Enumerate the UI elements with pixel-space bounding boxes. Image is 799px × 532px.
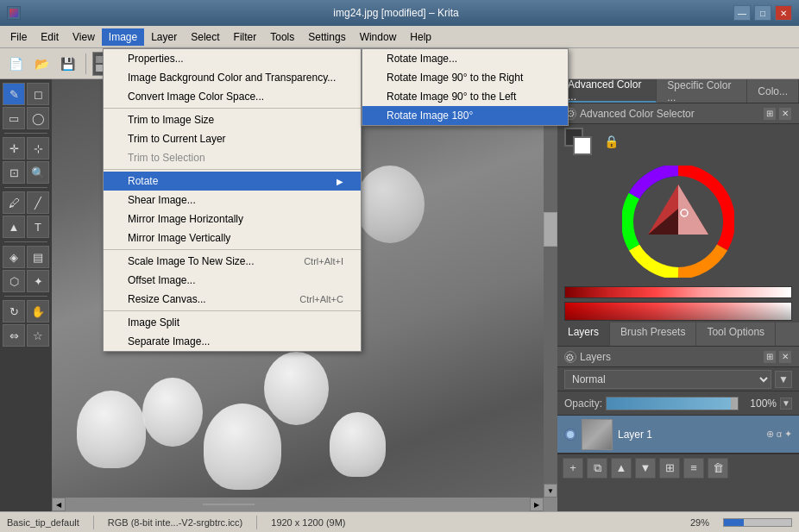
menu-image-split[interactable]: Image Split [104,313,361,332]
zoom-slider[interactable] [723,518,792,527]
menu-scale[interactable]: Scale Image To New Size... Ctrl+Alt+I [104,252,361,271]
right-panel: Advanced Color ... Specific Color ... Co… [557,79,799,511]
menu-view[interactable]: View [66,28,102,46]
close-button[interactable]: ✕ [775,5,792,21]
menu-trim-layer[interactable]: Trim to Current Layer [104,129,361,148]
tool-move[interactable]: ⊹ [27,137,49,160]
menu-settings[interactable]: Settings [301,28,352,46]
menu-shear[interactable]: Shear Image... [104,191,361,210]
panel-close-btn[interactable]: ✕ [778,107,792,121]
submenu-rotate-180[interactable]: Rotate Image 180° [362,106,568,125]
menu-sep-3 [104,249,361,250]
menu-file[interactable]: File [3,28,34,46]
flatten-btn[interactable]: ≡ [683,458,704,479]
menu-offset[interactable]: Offset Image... [104,271,361,290]
submenu-rotate-90-left[interactable]: Rotate Image 90° to the Left [362,87,568,106]
tool-ref[interactable]: ☆ [27,324,49,347]
maximize-button[interactable]: □ [754,5,771,21]
tool-fill[interactable]: ▲ [3,216,25,238]
tab-layers[interactable]: Layers [557,322,610,346]
layer-item[interactable]: Layer 1 ⊕ α ✦ [557,416,799,454]
tab-tool-options[interactable]: Tool Options [696,322,776,346]
menu-filter[interactable]: Filter [227,28,264,46]
menu-separate[interactable]: Separate Image... [104,332,361,351]
layers-tabs: Layers Brush Presets Tool Options [557,322,799,347]
tool-gradient[interactable]: ▤ [27,246,49,268]
tab-advanced-color[interactable]: Advanced Color ... [557,79,657,103]
opacity-slider[interactable] [606,397,739,410]
menu-mirror-v[interactable]: Mirror Image Vertically [104,228,361,247]
layers-float-btn[interactable]: ⊞ [763,350,777,364]
color-bar-2[interactable] [564,302,792,321]
menu-edit[interactable]: Edit [34,28,66,46]
color-bar-1[interactable] [564,286,792,298]
status-tool: Basic_tip_default [7,517,79,528]
scroll-left-btn[interactable]: ◀ [52,498,66,511]
layers-settings-icon[interactable]: ⚙ [564,351,576,363]
tab-specific-color[interactable]: Specific Color ... [657,79,747,103]
scroll-down-btn[interactable]: ▼ [544,484,557,498]
menu-layer[interactable]: Layer [144,28,184,46]
tool-line[interactable]: ╱ [27,191,49,214]
vertical-scrollbar[interactable]: ▲ ▼ [544,79,557,498]
open-btn[interactable]: 📂 [29,52,53,76]
blend-options-btn[interactable]: ▼ [775,371,792,388]
panel-float-btn[interactable]: ⊞ [763,107,777,121]
background-swatch[interactable] [573,136,592,155]
tab-brush-presets[interactable]: Brush Presets [610,322,696,346]
lock-icon: 🔒 [604,135,619,148]
tool-select-rect[interactable]: ▭ [3,107,25,129]
menu-trim-image[interactable]: Trim to Image Size [104,110,361,129]
minimize-button[interactable]: — [733,5,751,21]
color-wheel-area[interactable] [557,159,799,285]
tool-measure[interactable]: ⇔ [3,324,25,347]
new-btn[interactable]: 📄 [3,52,28,76]
save-btn[interactable]: 💾 [55,52,79,76]
menu-select[interactable]: Select [184,28,226,46]
opacity-lock-btn[interactable]: ▼ [780,397,792,410]
hscroll-thumb[interactable] [203,504,255,505]
submenu-rotate-image[interactable]: Rotate Image... [362,49,568,68]
menu-image[interactable]: Image [102,28,144,46]
scroll-right-btn[interactable]: ▶ [530,498,544,511]
layers-title: Layers [580,351,611,363]
tool-transform[interactable]: ✛ [3,137,25,160]
menu-properties[interactable]: Properties... [104,49,361,68]
menu-mirror-h[interactable]: Mirror Image Horizontally [104,210,361,228]
tool-picker[interactable]: ◈ [3,246,25,268]
delete-layer-btn[interactable]: 🗑 [708,458,728,479]
tab-color3[interactable]: Colo... [747,79,799,103]
menu-resize-canvas[interactable]: Resize Canvas... Ctrl+Alt+C [104,290,361,309]
tool-filter[interactable]: ⬡ [3,270,25,292]
tool-select-ellipse[interactable]: ◯ [27,107,49,129]
layer-visibility-toggle[interactable] [564,429,576,441]
blend-mode-select[interactable]: Normal [564,370,771,389]
layers-close-btn[interactable]: ✕ [778,350,792,364]
horizontal-scrollbar[interactable]: ◀ ▶ [52,498,544,511]
menu-help[interactable]: Help [403,28,438,46]
submenu-rotate-90-right[interactable]: Rotate Image 90° to the Right [362,68,568,87]
tool-paint[interactable]: ✎ [3,83,25,105]
tool-pan[interactable]: ✋ [27,300,49,322]
group-layer-btn[interactable]: ⊞ [659,458,680,479]
menu-convert-colorspace[interactable]: Convert Image Color Space... [104,87,361,106]
menu-tools[interactable]: Tools [263,28,301,46]
vscroll-thumb[interactable] [544,212,557,247]
tool-crop[interactable]: ⊡ [3,161,25,184]
tool-eraser[interactable]: ◻ [27,83,49,105]
menu-window[interactable]: Window [353,28,404,46]
move-down-btn[interactable]: ▼ [635,458,656,479]
scrollbar-corner [544,498,557,511]
menu-bg-color[interactable]: Image Background Color and Transparency.… [104,68,361,87]
tool-rotate[interactable]: ↻ [3,300,25,322]
tool-smart[interactable]: ✦ [27,270,49,292]
duplicate-layer-btn[interactable]: ⧉ [587,458,607,479]
layer-thumbnail [582,419,613,450]
tool-zoom[interactable]: 🔍 [27,161,49,184]
menu-rotate[interactable]: Rotate [104,172,361,191]
add-layer-btn[interactable]: + [563,458,583,479]
tool-pen[interactable]: 🖊 [3,191,25,214]
tool-text[interactable]: T [27,216,49,238]
move-up-btn[interactable]: ▲ [611,458,632,479]
titlebar: img24.jpg [modified] – Krita — □ ✕ [0,0,799,26]
